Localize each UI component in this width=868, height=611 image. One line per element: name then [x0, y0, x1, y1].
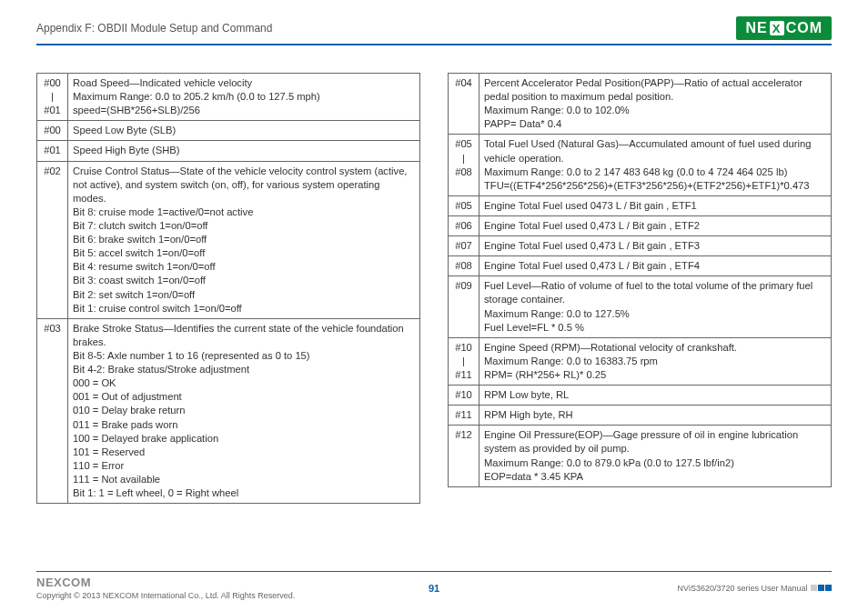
row-desc: Percent Accelerator Pedal Position(PAPP)… [479, 74, 832, 135]
row-desc: Engine Total Fuel used 0,473 L / Bit gai… [479, 256, 832, 276]
table-row: #11RPM High byte, RH [449, 406, 832, 426]
row-desc: Total Fuel Used (Natural Gas)—Accumulate… [479, 135, 832, 195]
table-row: #09Fuel Level—Ratio of volume of fuel to… [449, 276, 832, 337]
row-desc: Fuel Level—Ratio of volume of fuel to th… [479, 276, 832, 337]
row-desc: Brake Stroke Status—Identifies the curre… [68, 318, 420, 503]
row-code: #07 [449, 236, 479, 256]
row-desc: Engine Total Fuel used 0473 L / Bit gain… [479, 195, 832, 215]
row-code: #00 | #01 [37, 74, 68, 121]
table-row: #00Speed Low Byte (SLB) [37, 121, 420, 141]
footer-squares-icon [810, 584, 832, 593]
row-desc: Engine Speed (RPM)—Rotational velocity o… [479, 337, 832, 385]
row-code: #00 [37, 121, 68, 141]
table-row: #04Percent Accelerator Pedal Position(PA… [449, 74, 832, 135]
right-table: #04Percent Accelerator Pedal Position(PA… [448, 73, 832, 487]
logo-com: COM [786, 20, 823, 36]
row-code: #11 [449, 406, 479, 426]
table-row: #03Brake Stroke Status—Identifies the cu… [37, 318, 420, 503]
table-row: #00 | #01Road Speed—Indicated vehicle ve… [37, 74, 420, 121]
row-desc: Engine Total Fuel used 0,473 L / Bit gai… [479, 215, 832, 235]
row-code: #02 [37, 161, 68, 318]
logo-ne: NE [745, 20, 767, 36]
table-row: #05 | #08Total Fuel Used (Natural Gas)—A… [449, 135, 832, 195]
page-header: Appendix F: OBDII Module Setup and Comma… [36, 16, 832, 45]
manual-title: NViS3620/3720 series User Manual [678, 584, 808, 593]
row-desc: Engine Oil Pressure(EOP)—Gage pressure o… [479, 426, 832, 486]
copyright-text: Copyright © 2013 NEXCOM International Co… [36, 591, 295, 600]
row-code: #06 [449, 215, 479, 235]
brand-logo: NE X COM [736, 16, 832, 40]
row-desc: Engine Total Fuel used 0,473 L / Bit gai… [479, 236, 832, 256]
content-columns: #00 | #01Road Speed—Indicated vehicle ve… [36, 73, 832, 504]
row-code: #10 [449, 386, 479, 406]
logo-x: X [770, 21, 784, 35]
row-desc: Cruise Control Status—State of the vehic… [68, 161, 420, 318]
table-row: #02Cruise Control Status—State of the ve… [37, 161, 420, 318]
table-row: #10RPM Low byte, RL [449, 386, 832, 406]
right-column: #04Percent Accelerator Pedal Position(PA… [448, 73, 832, 504]
row-code: #08 [449, 256, 479, 276]
page-footer: NEXCOM Copyright © 2013 NEXCOM Internati… [36, 571, 832, 600]
table-row: #01Speed High Byte (SHB) [37, 141, 420, 161]
table-row: #10 | #11Engine Speed (RPM)—Rotational v… [449, 337, 832, 385]
table-row: #08Engine Total Fuel used 0,473 L / Bit … [449, 256, 832, 276]
table-row: #12Engine Oil Pressure(EOP)—Gage pressur… [449, 426, 832, 486]
row-code: #09 [449, 276, 479, 337]
row-code: #04 [449, 74, 479, 135]
appendix-title: Appendix F: OBDII Module Setup and Comma… [36, 22, 272, 35]
table-row: #07Engine Total Fuel used 0,473 L / Bit … [449, 236, 832, 256]
row-code: #05 | #08 [449, 135, 479, 195]
row-code: #05 [449, 195, 479, 215]
row-code: #01 [37, 141, 68, 161]
footer-right: NViS3620/3720 series User Manual [678, 584, 832, 593]
table-row: #05Engine Total Fuel used 0473 L / Bit g… [449, 195, 832, 215]
left-column: #00 | #01Road Speed—Indicated vehicle ve… [36, 73, 420, 504]
page-number: 91 [429, 583, 439, 594]
table-row: #06Engine Total Fuel used 0,473 L / Bit … [449, 215, 832, 235]
row-code: #03 [37, 318, 68, 503]
row-desc: Speed High Byte (SHB) [68, 141, 420, 161]
left-table: #00 | #01Road Speed—Indicated vehicle ve… [36, 73, 420, 504]
row-code: #10 | #11 [449, 337, 479, 385]
row-desc: Speed Low Byte (SLB) [68, 121, 420, 141]
footer-logo: NEXCOM [36, 576, 295, 589]
row-desc: RPM High byte, RH [479, 406, 832, 426]
row-desc: Road Speed—Indicated vehicle velocity Ma… [68, 74, 420, 121]
row-desc: RPM Low byte, RL [479, 386, 832, 406]
row-code: #12 [449, 426, 479, 486]
